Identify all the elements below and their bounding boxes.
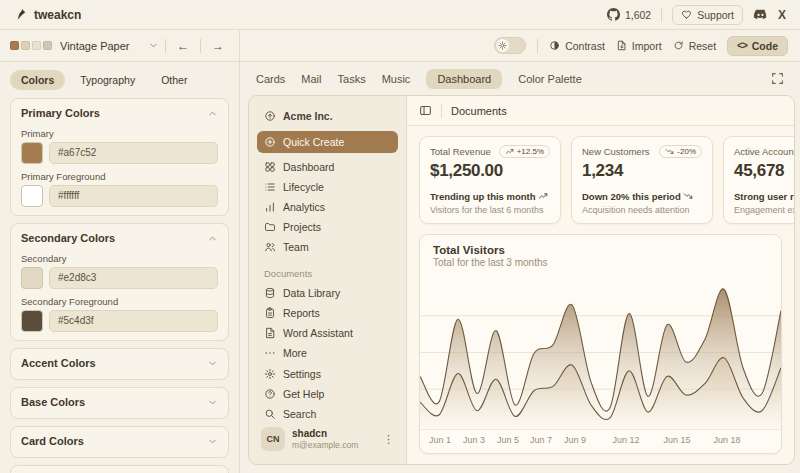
sidebar-item-lifecycle[interactable]: Lifecycle <box>257 177 398 197</box>
page-title: Documents <box>451 105 507 117</box>
stat-value: 1,234 <box>582 161 702 181</box>
prev-theme-button[interactable]: ← <box>172 36 194 56</box>
brand-name: tweakcn <box>34 8 81 22</box>
contrast-button[interactable]: Contrast <box>549 40 605 52</box>
user-menu[interactable]: CN shadcn m@example.com ⋮ <box>257 424 398 454</box>
tab-dashboard[interactable]: Dashboard <box>426 69 502 89</box>
sidebar-item-team[interactable]: Team <box>257 237 398 257</box>
section-primary-colors: Primary Colors Primary #a67c52 Primary F… <box>10 98 229 216</box>
chevron-up-icon <box>207 108 218 119</box>
theme-swatch <box>21 41 30 50</box>
database-icon <box>264 287 276 299</box>
org-switcher[interactable]: Acme Inc. <box>257 104 398 128</box>
section-header[interactable]: Primary Colors <box>21 105 218 121</box>
section-base-colors: Base Colors <box>10 387 229 419</box>
sidebar-item-word-assistant[interactable]: Word Assistant <box>257 323 398 343</box>
color-swatch[interactable] <box>21 142 43 164</box>
color-swatch[interactable] <box>21 310 43 332</box>
tab-cards[interactable]: Cards <box>256 73 285 85</box>
stat-cards-row: Total Revenue +12.5% $1,250.00 Trending … <box>407 126 794 226</box>
section-header[interactable]: Base Colors <box>21 394 218 410</box>
tweakcn-logo-icon <box>14 8 28 22</box>
discord-icon[interactable] <box>753 7 768 22</box>
stat-card-active-accounts: Active Accounts +12.5% 45,678 Strong use… <box>723 136 794 224</box>
tab-color-palette[interactable]: Color Palette <box>518 73 582 85</box>
tab-tasks[interactable]: Tasks <box>338 73 366 85</box>
x-tick: Jun 5 <box>497 435 519 445</box>
dashboard-icon <box>264 161 276 173</box>
chevron-down-icon <box>207 358 218 369</box>
github-stars-link[interactable]: 1,602 <box>607 8 651 21</box>
section-accent-colors: Accent Colors <box>10 348 229 380</box>
bar-chart-icon <box>264 201 276 213</box>
documents-section-label: Documents <box>264 268 391 279</box>
x-tick: Jun 3 <box>463 435 485 445</box>
sidebar-toggle-icon[interactable] <box>419 104 432 117</box>
divider <box>200 39 201 53</box>
brand[interactable]: tweakcn <box>14 8 81 22</box>
sidebar-item-more[interactable]: More <box>257 343 398 363</box>
contrast-icon <box>549 40 560 51</box>
theme-selector[interactable]: Vintage Paper ← → <box>0 30 240 61</box>
sidebar-item-get-help[interactable]: Get Help <box>257 384 398 404</box>
color-value-input[interactable]: #5c4d3f <box>49 310 218 332</box>
theme-name: Vintage Paper <box>60 40 130 52</box>
reset-button[interactable]: Reset <box>673 40 716 52</box>
next-theme-button[interactable]: → <box>207 36 229 56</box>
section-header[interactable]: Accent Colors <box>21 355 218 371</box>
theme-mode-toggle[interactable] <box>494 37 526 54</box>
sidebar-item-data-library[interactable]: Data Library <box>257 283 398 303</box>
color-value-input[interactable]: #a67c52 <box>49 142 218 164</box>
dashboard-preview: Acme Inc. Quick Create Dashboard Lifecyc… <box>248 95 795 465</box>
chevron-down-icon <box>207 397 218 408</box>
tab-other[interactable]: Other <box>150 70 198 90</box>
sidebar-item-search[interactable]: Search <box>257 404 398 424</box>
quick-create-button[interactable]: Quick Create <box>257 131 398 153</box>
theme-swatch <box>43 41 52 50</box>
tab-mail[interactable]: Mail <box>301 73 321 85</box>
stat-subtext: Visitors for the last 6 months <box>430 205 550 215</box>
chart-subtitle: Total for the last 3 months <box>420 256 781 268</box>
color-value-input[interactable]: #e2d8c3 <box>49 267 218 289</box>
github-icon <box>607 8 620 21</box>
divider <box>661 8 662 22</box>
sidebar-item-projects[interactable]: Projects <box>257 217 398 237</box>
arrow-up-circle-icon <box>264 110 276 122</box>
total-visitors-card: Total Visitors Total for the last 3 mont… <box>419 234 782 454</box>
tab-colors[interactable]: Colors <box>10 70 65 90</box>
sidebar-item-reports[interactable]: Reports <box>257 303 398 323</box>
support-button[interactable]: Support <box>672 5 743 25</box>
code-icon: <> <box>737 40 747 51</box>
visitors-chart-plot <box>420 276 781 429</box>
color-swatch[interactable] <box>21 267 43 289</box>
theme-swatch <box>10 41 19 50</box>
section-header[interactable]: Secondary Colors <box>21 230 218 246</box>
plus-circle-icon <box>264 136 276 148</box>
section-title: Base Colors <box>21 396 85 408</box>
x-tick: Jun 18 <box>713 435 740 445</box>
section-header[interactable]: Card Colors <box>21 433 218 449</box>
import-icon <box>616 40 627 51</box>
fullscreen-icon[interactable] <box>771 72 784 85</box>
x-twitter-icon[interactable]: X <box>778 8 786 22</box>
preview-tabs: Cards Mail Tasks Music Dashboard Color P… <box>240 62 800 95</box>
color-value-input[interactable]: #ffffff <box>49 185 218 207</box>
x-axis: Jun 1Jun 3Jun 5Jun 7Jun 9Jun 12Jun 15Jun… <box>420 429 781 449</box>
more-options-icon[interactable]: ⋮ <box>383 433 394 446</box>
code-button[interactable]: <> Code <box>727 36 788 56</box>
avatar: CN <box>261 427 285 451</box>
chevron-up-icon <box>207 233 218 244</box>
tab-typography[interactable]: Typography <box>69 70 146 90</box>
sidebar-item-analytics[interactable]: Analytics <box>257 197 398 217</box>
import-button[interactable]: Import <box>616 40 662 52</box>
stat-value: 45,678 <box>734 161 794 181</box>
tab-music[interactable]: Music <box>382 73 411 85</box>
section-title: Primary Colors <box>21 107 100 119</box>
help-circle-icon <box>264 388 276 400</box>
folder-icon <box>264 221 276 233</box>
stat-card-new-customers: New Customers -20% 1,234 Down 20% this p… <box>571 136 713 224</box>
color-field-label: Secondary Foreground <box>21 296 218 307</box>
sidebar-item-dashboard[interactable]: Dashboard <box>257 157 398 177</box>
color-swatch[interactable] <box>21 185 43 207</box>
sidebar-item-settings[interactable]: Settings <box>257 364 398 384</box>
